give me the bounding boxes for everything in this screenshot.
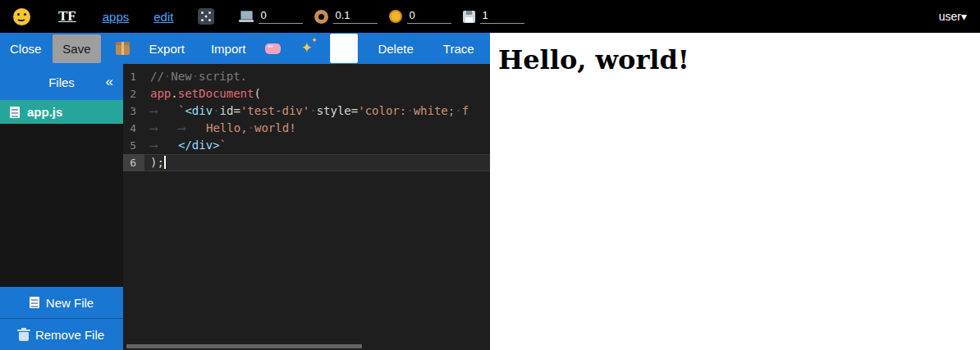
code-text: app.setDocument(	[150, 85, 261, 102]
counter-donut	[314, 9, 378, 24]
editor-toolbar: Close Save Export Import Delete Trace	[0, 33, 490, 64]
file-item-appjs[interactable]: app.js	[0, 100, 123, 124]
remove-file-button[interactable]: Remove File	[0, 318, 123, 350]
counter-coin	[389, 9, 451, 24]
nav-link-edit[interactable]: edit	[153, 10, 173, 24]
code-line[interactable]: 6);	[123, 154, 490, 171]
import-button[interactable]: Import	[204, 37, 253, 61]
file-icon	[10, 107, 20, 118]
code-text: );	[150, 154, 166, 171]
trace-button[interactable]: Trace	[437, 37, 481, 61]
preview-heading: Hello, world!	[498, 44, 980, 75]
delete-button[interactable]: Delete	[371, 37, 419, 61]
app-root: TF apps edit user▾ Close Save	[0, 0, 980, 350]
smiley-icon[interactable]	[13, 8, 30, 25]
floppy-counter-input[interactable]	[480, 9, 524, 24]
preview-pane: Hello, world!	[490, 33, 980, 350]
line-number: 6	[123, 154, 144, 171]
coin-icon	[389, 10, 402, 23]
editor-lines: 1//·New·script.2app.setDocument(3⟶`<div·…	[123, 68, 490, 171]
dice-icon[interactable]	[198, 8, 214, 25]
new-file-label: New File	[46, 296, 94, 310]
donut-counter-input[interactable]	[333, 9, 378, 24]
package-icon[interactable]	[116, 42, 130, 55]
floppy-icon	[463, 11, 475, 23]
line-number: 5	[123, 137, 144, 154]
new-file-icon	[30, 297, 39, 308]
trash-icon	[19, 332, 29, 341]
soap-icon[interactable]	[265, 43, 281, 54]
code-editor[interactable]: 1//·New·script.2app.setDocument(3⟶`<div·…	[123, 64, 490, 350]
code-line[interactable]: 5⟶</div>`	[123, 137, 490, 154]
file-name: app.js	[27, 105, 62, 119]
code-line[interactable]: 3⟶`<div·id='test-div'·style='color:·whit…	[123, 102, 490, 120]
user-menu[interactable]: user▾	[939, 10, 967, 23]
save-button[interactable]: Save	[53, 34, 100, 63]
export-button[interactable]: Export	[143, 37, 191, 61]
code-text: ⟶`<div·id='test-div'·style='color:·white…	[150, 102, 469, 120]
counter-laptop	[239, 9, 303, 24]
blank-button[interactable]	[330, 34, 358, 63]
sparkles-icon[interactable]	[300, 40, 317, 57]
editor-panel: Close Save Export Import Delete Trace Fi…	[0, 33, 490, 350]
line-number: 3	[123, 102, 144, 120]
new-file-button[interactable]: New File	[0, 287, 123, 318]
code-text: ⟶</div>`	[150, 137, 227, 154]
laptop-icon	[239, 11, 254, 22]
close-button[interactable]: Close	[3, 37, 48, 61]
counter-floppy	[463, 9, 524, 24]
line-number: 4	[123, 120, 144, 137]
code-text: ⟶⟶Hello,·world!	[150, 120, 296, 137]
code-text: //·New·script.	[150, 68, 247, 85]
nav-link-apps[interactable]: apps	[103, 10, 130, 24]
coin-counter-input[interactable]	[407, 9, 451, 24]
top-bar: TF apps edit user▾	[0, 0, 980, 33]
logo-link[interactable]: TF	[58, 8, 76, 25]
donut-icon	[314, 10, 328, 24]
files-title: Files	[48, 75, 75, 89]
text-cursor	[164, 156, 166, 169]
code-line[interactable]: 4⟶⟶Hello,·world!	[123, 120, 490, 137]
line-number: 2	[123, 85, 144, 102]
line-number: 1	[123, 68, 144, 85]
code-line[interactable]: 2app.setDocument(	[123, 85, 490, 102]
files-header: Files «	[0, 64, 123, 100]
workspace: Files « app.js New File Remove File	[0, 64, 490, 350]
sidebar-empty-area	[0, 124, 123, 287]
main-area: Close Save Export Import Delete Trace Fi…	[0, 33, 980, 350]
laptop-counter-input[interactable]	[259, 9, 303, 24]
collapse-sidebar-button[interactable]: «	[106, 74, 113, 90]
remove-file-label: Remove File	[35, 328, 104, 342]
files-sidebar: Files « app.js New File Remove File	[0, 64, 123, 350]
horizontal-scrollbar-thumb[interactable]	[126, 344, 362, 348]
code-line[interactable]: 1//·New·script.	[123, 68, 490, 85]
